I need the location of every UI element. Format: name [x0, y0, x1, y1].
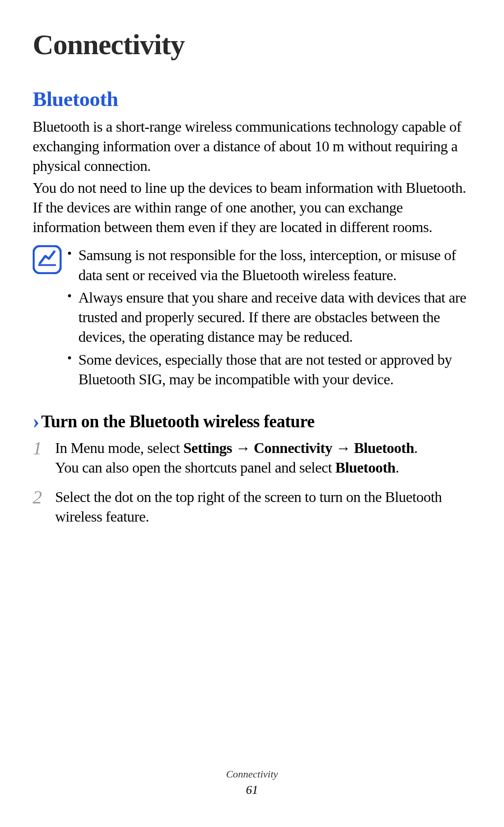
note-icon: [33, 245, 62, 274]
footer-section-name: Connectivity: [0, 768, 504, 780]
chapter-title: Connectivity: [33, 28, 471, 61]
svg-rect-0: [34, 246, 61, 273]
chevron-icon: ›: [33, 410, 39, 433]
footer-page-number: 61: [0, 783, 504, 797]
note-block: • Samsung is not responsible for the los…: [33, 245, 471, 392]
note-text-1: Samsung is not responsible for the loss,…: [78, 245, 471, 284]
note-text-2: Always ensure that you share and receive…: [78, 288, 471, 347]
step-number-2: 2: [33, 487, 55, 526]
subsection-title: › Turn on the Bluetooth wireless feature: [33, 410, 471, 433]
note-bullet-1: • Samsung is not responsible for the los…: [67, 245, 471, 284]
section-title-bluetooth: Bluetooth: [33, 87, 471, 111]
bullet-dot: •: [67, 350, 78, 389]
step-1: 1 In Menu mode, select Settings → Connec…: [33, 438, 471, 477]
step-content-1: In Menu mode, select Settings → Connecti…: [55, 438, 471, 477]
page-footer: Connectivity 61: [0, 768, 504, 797]
note-text-3: Some devices, especially those that are …: [78, 350, 471, 389]
intro-paragraph-2: You do not need to line up the devices t…: [33, 178, 471, 237]
step-content-2: Select the dot on the top right of the s…: [55, 487, 471, 526]
bullet-dot: •: [67, 245, 78, 284]
step-2: 2 Select the dot on the top right of the…: [33, 487, 471, 526]
intro-paragraph-1: Bluetooth is a short-range wireless comm…: [33, 117, 471, 176]
note-bullet-3: • Some devices, especially those that ar…: [67, 350, 471, 389]
bullet-dot: •: [67, 288, 78, 347]
note-content: • Samsung is not responsible for the los…: [67, 245, 471, 392]
step-number-1: 1: [33, 438, 55, 477]
subsection-title-text: Turn on the Bluetooth wireless feature: [41, 411, 315, 431]
note-bullet-2: • Always ensure that you share and recei…: [67, 288, 471, 347]
